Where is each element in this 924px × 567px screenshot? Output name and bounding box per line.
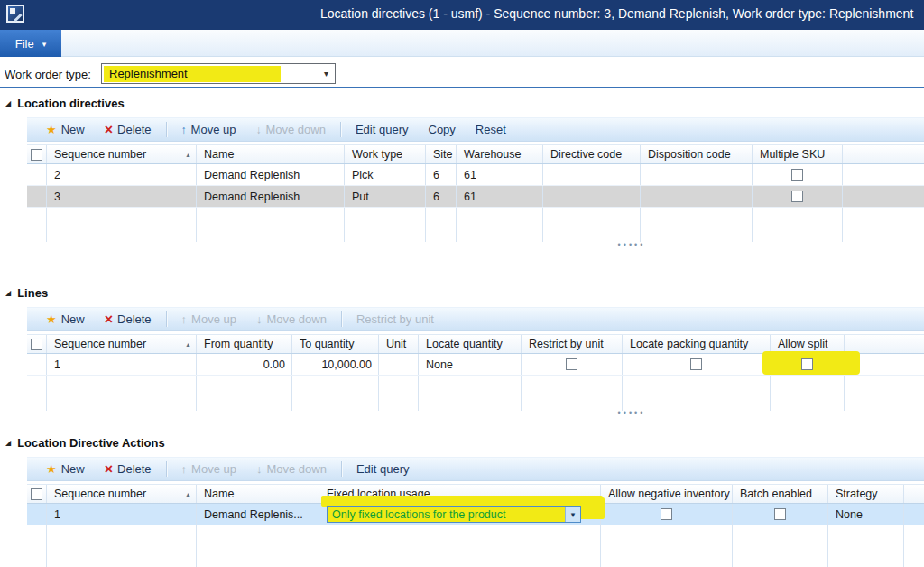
column-header-locate-packing-quantity[interactable]: Locate packing quantity (623, 335, 771, 353)
column-header-unit[interactable]: Unit (379, 335, 419, 353)
move-down-icon: ↓ (256, 462, 263, 476)
empty-cell (601, 525, 733, 567)
empty-cell (47, 376, 197, 411)
column-header-to-quantity[interactable]: To quantity (292, 335, 379, 353)
column-header-strategy[interactable]: Strategy (828, 485, 904, 503)
multiple-sku-checkbox[interactable] (791, 169, 803, 181)
new-icon: ★ (46, 312, 57, 326)
cell-warehouse: 61 (457, 164, 543, 185)
table-row[interactable]: 2 Demand Replenish Pick 6 61 (27, 164, 924, 186)
move-up-button[interactable]: ↑Move up (171, 458, 246, 480)
table-row-selected[interactable]: 3 Demand Replenish Put 6 61 (27, 186, 924, 208)
move-up-button[interactable]: ↑Move up (171, 118, 246, 141)
empty-cell (197, 208, 345, 242)
cell-site: 6 (426, 164, 457, 185)
column-header-disposition-code[interactable]: Disposition code (641, 145, 753, 163)
cell-multiple-sku (753, 186, 843, 207)
splitter-grip[interactable]: ••••• (591, 408, 672, 417)
row-select-cell[interactable] (27, 186, 47, 207)
edit-query-button[interactable]: Edit query (346, 458, 420, 480)
row-select-cell[interactable] (27, 164, 47, 185)
cell-site: 6 (426, 186, 457, 207)
cell-name: Demand Replenish (197, 186, 345, 207)
select-all-cell (27, 145, 47, 163)
file-menu-button[interactable]: File ▾ (0, 30, 61, 57)
empty-cell (319, 525, 601, 567)
column-header-name[interactable]: Name (197, 145, 345, 163)
move-down-button[interactable]: ↓Move down (246, 458, 337, 480)
fixed-location-usage-combobox[interactable]: Only fixed locations for the product ▾ (327, 506, 581, 523)
multiple-sku-checkbox[interactable] (791, 191, 803, 202)
empty-grid-area (27, 376, 924, 411)
empty-cell (543, 208, 641, 242)
column-header-name[interactable]: Name (197, 485, 319, 503)
restrict-by-unit-button[interactable]: Restrict by unit (346, 308, 444, 330)
delete-button[interactable]: ×Delete (95, 308, 162, 330)
section-lines[interactable]: ◢ Lines (5, 284, 48, 301)
select-all-checkbox[interactable] (31, 149, 42, 161)
move-down-label: Move down (266, 312, 326, 326)
cell-sequence-number: 1 (47, 354, 197, 375)
column-header-sequence-number[interactable]: Sequence number▲ (47, 335, 197, 353)
allow-split-checkbox[interactable] (801, 358, 813, 370)
empty-cell (426, 208, 457, 242)
column-header-site[interactable]: Site (426, 145, 457, 163)
cell-warehouse: 61 (457, 186, 543, 207)
column-header-sequence-number[interactable]: Sequence number▲ (47, 145, 197, 163)
cell-directive-code (543, 164, 641, 185)
row-select-cell[interactable] (27, 354, 47, 375)
section-location-directives[interactable]: ◢ Location directives (5, 95, 125, 111)
toolbar-separator (166, 122, 167, 137)
column-header-warehouse[interactable]: Warehouse (457, 145, 543, 163)
delete-button[interactable]: ×Delete (95, 458, 162, 480)
cell-filler (904, 504, 924, 525)
move-down-label: Move down (266, 462, 326, 476)
cell-sequence-number: 3 (47, 186, 197, 207)
edit-query-button[interactable]: Edit query (346, 118, 419, 141)
select-all-checkbox[interactable] (31, 339, 42, 350)
column-header-locate-quantity[interactable]: Locate quantity (419, 335, 522, 353)
work-order-type-combobox[interactable]: Replenishment ▾ (101, 63, 336, 84)
delete-button[interactable]: ×Delete (95, 118, 162, 141)
new-icon: ★ (46, 462, 57, 476)
column-header-directive-code[interactable]: Directive code (543, 145, 641, 163)
column-header-multiple-sku[interactable]: Multiple SKU (753, 145, 843, 163)
column-header-work-type[interactable]: Work type (345, 145, 426, 163)
table-row-selected[interactable]: 1 Demand Replenis... Only fixed location… (27, 504, 924, 525)
copy-button[interactable]: Copy (419, 118, 466, 141)
cell-sequence-number: 1 (47, 504, 197, 525)
empty-cell (47, 525, 197, 567)
move-up-icon: ↑ (181, 124, 187, 136)
row-select-cell[interactable] (27, 504, 47, 525)
empty-cell (522, 376, 623, 411)
chevron-down-icon[interactable]: ▾ (565, 507, 580, 522)
column-header-from-quantity[interactable]: From quantity (197, 335, 292, 353)
column-header-sequence-number[interactable]: Sequence number▲ (47, 485, 197, 503)
cell-to-quantity: 10,000.00 (292, 354, 379, 375)
select-all-checkbox[interactable] (31, 488, 42, 500)
reset-button[interactable]: Reset (466, 118, 516, 141)
new-button[interactable]: ★New (36, 118, 95, 141)
restrict-by-unit-checkbox[interactable] (566, 358, 578, 370)
move-down-button[interactable]: ↓Move down (245, 118, 335, 141)
column-header-restrict-by-unit[interactable]: Restrict by unit (522, 335, 623, 353)
app-icon[interactable] (6, 5, 24, 23)
chevron-down-icon[interactable]: ▾ (324, 69, 328, 79)
locate-packing-quantity-checkbox[interactable] (690, 358, 702, 370)
new-label: New (61, 462, 85, 476)
new-button[interactable]: ★New (36, 458, 95, 480)
column-header-allow-negative-inventory[interactable]: Allow negative inventory (601, 485, 733, 503)
allow-negative-inventory-checkbox[interactable] (661, 508, 672, 520)
move-down-button[interactable]: ↓Move down (246, 308, 337, 330)
move-down-icon: ↓ (255, 124, 261, 136)
section-location-directive-actions[interactable]: ◢ Location Directive Actions (5, 434, 165, 451)
column-header-batch-enabled[interactable]: Batch enabled (733, 485, 828, 503)
splitter-grip[interactable]: ••••• (591, 240, 672, 249)
collapse-icon: ◢ (5, 99, 11, 107)
move-up-button[interactable]: ↑Move up (171, 308, 246, 330)
edit-query-label: Edit query (356, 123, 409, 136)
column-header-allow-split[interactable]: Allow split (771, 335, 845, 353)
new-button[interactable]: ★New (36, 308, 95, 330)
sort-asc-icon: ▲ (185, 341, 196, 348)
batch-enabled-checkbox[interactable] (774, 508, 786, 520)
